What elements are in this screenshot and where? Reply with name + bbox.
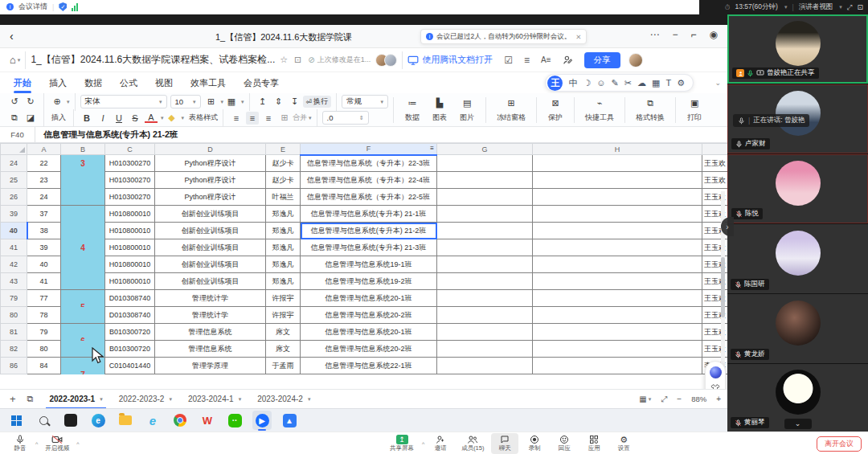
font-color-icon[interactable]: A bbox=[145, 112, 158, 123]
align-top-icon[interactable]: ↥ bbox=[256, 96, 269, 108]
col-header-C[interactable]: C bbox=[105, 144, 155, 155]
video-options-icon[interactable]: ^ bbox=[76, 441, 79, 447]
participant-tile[interactable]: 黄丽琴 ⌄ bbox=[727, 364, 868, 432]
meeting-details-link[interactable]: 会议详情 bbox=[18, 2, 47, 12]
leave-meeting-button[interactable]: 离开会议 bbox=[817, 436, 862, 452]
ribbon-group-format-convert[interactable]: ⧉格式转换 bbox=[630, 93, 670, 126]
row-header[interactable]: 39 bbox=[1, 206, 27, 223]
group-cell[interactable] bbox=[61, 189, 105, 206]
align-center-icon[interactable]: ≡ bbox=[246, 112, 259, 125]
taskbar-ie-icon[interactable]: e bbox=[143, 411, 162, 430]
selected-cell[interactable]: 信息管理与信息系统(专升本) 21-2班 bbox=[301, 223, 437, 239]
text-tools-icon[interactable]: A≡ bbox=[541, 55, 551, 64]
menu-icon[interactable]: ≡ bbox=[524, 55, 530, 66]
taskbar-file-explorer-icon[interactable] bbox=[116, 411, 135, 430]
zoom-out-icon[interactable]: − bbox=[677, 395, 682, 403]
cell-reference-box[interactable]: F40 bbox=[0, 127, 35, 143]
row-header[interactable]: 82 bbox=[1, 341, 27, 358]
ribbon-group-protect[interactable]: ⊠保护 bbox=[542, 93, 569, 126]
share-screen-button[interactable]: ↥ 共享屏幕 bbox=[384, 433, 420, 454]
group-cell[interactable]: 5 bbox=[61, 290, 105, 307]
fullscreen-sheet-icon[interactable]: ⤢ bbox=[661, 395, 667, 404]
formula-value[interactable]: 信息管理与信息系统(专升本) 21-2班 bbox=[35, 129, 178, 141]
participant-tile[interactable]: 陈悦 bbox=[727, 154, 868, 223]
zoom-level[interactable]: 88% bbox=[691, 395, 706, 403]
sheet-tab-2023-2024-2[interactable]: 2023-2024-2▾ bbox=[249, 390, 318, 409]
reactions-button[interactable]: 回应 bbox=[551, 433, 578, 454]
share-button[interactable]: 分享 bbox=[584, 52, 620, 68]
decimal-control[interactable]: .0⇕ bbox=[322, 111, 369, 125]
mute-button[interactable]: 静音 bbox=[6, 433, 34, 454]
strikethrough-icon[interactable]: S bbox=[129, 112, 141, 125]
col-header-D[interactable]: D bbox=[155, 144, 266, 155]
bold-icon[interactable]: B bbox=[80, 112, 93, 125]
minimize-icon[interactable]: − bbox=[672, 29, 678, 40]
align-right-icon[interactable]: ≡ bbox=[262, 112, 275, 125]
font-name-select[interactable]: 宋体▾ bbox=[80, 95, 167, 108]
zoom-in-icon[interactable]: + bbox=[716, 395, 721, 403]
font-size-select[interactable]: 10▾ bbox=[170, 95, 201, 108]
sheet-tab-2022-2023-2[interactable]: 2022-2023-2▾ bbox=[111, 390, 180, 409]
group-cell[interactable] bbox=[61, 172, 105, 189]
fill-color-icon[interactable]: ◆ bbox=[166, 112, 178, 125]
taskbar-wps-icon[interactable]: W bbox=[198, 411, 217, 430]
skin-icon[interactable]: T bbox=[665, 78, 671, 88]
home-icon[interactable]: ⌂ bbox=[10, 54, 16, 66]
table-style-label[interactable]: 表格样式 bbox=[189, 112, 218, 123]
row-header[interactable]: 41 bbox=[1, 239, 27, 256]
merge-cells-icon[interactable]: ⊞ bbox=[278, 112, 291, 125]
ribbon-group-picture[interactable]: ▤图片 bbox=[453, 93, 481, 126]
emoji-icon[interactable]: ☺ bbox=[596, 78, 605, 88]
row-header[interactable]: 79 bbox=[1, 290, 27, 307]
align-left-icon[interactable]: ≡ bbox=[230, 112, 243, 125]
fullscreen-icon[interactable]: ⤢ bbox=[847, 3, 853, 12]
taskbar-photos-icon[interactable] bbox=[61, 411, 80, 430]
network-signal-icon[interactable] bbox=[72, 3, 78, 11]
align-bottom-icon[interactable]: ↧ bbox=[289, 96, 301, 108]
participant-tile[interactable]: 黄龙娇 bbox=[727, 294, 868, 363]
eye-protect-icon[interactable]: ☽ bbox=[583, 78, 591, 88]
taskbar-docs-icon[interactable]: ▲ bbox=[280, 411, 299, 430]
insert-cells-icon[interactable]: ⊕ bbox=[51, 96, 63, 108]
collapse-videos-icon[interactable]: ⌄ bbox=[784, 419, 812, 429]
share-options-icon[interactable]: ^ bbox=[422, 441, 424, 447]
add-sheet-icon[interactable]: + bbox=[10, 393, 16, 405]
record-icon[interactable]: ◉ bbox=[710, 29, 718, 40]
col-header-F[interactable]: F≡ bbox=[301, 144, 437, 155]
ai-assistant-icon[interactable] bbox=[710, 366, 722, 378]
taskbar-chrome-icon[interactable] bbox=[170, 411, 190, 430]
underline-icon[interactable]: U bbox=[113, 112, 125, 125]
star-icon[interactable]: ☆ bbox=[280, 55, 288, 65]
user-avatar[interactable] bbox=[628, 53, 643, 67]
borders-icon[interactable]: ⊞ bbox=[205, 96, 218, 108]
task-list-icon[interactable]: ☑ bbox=[504, 55, 513, 66]
row-header[interactable]: 81 bbox=[1, 324, 27, 341]
col-header-H[interactable]: H bbox=[533, 144, 702, 155]
float-window-icon[interactable]: ⌐ bbox=[691, 29, 697, 40]
group-cell[interactable] bbox=[61, 273, 105, 290]
row-header[interactable]: 42 bbox=[1, 256, 27, 273]
row-header[interactable]: 86 bbox=[1, 358, 27, 374]
group-cell[interactable] bbox=[61, 307, 105, 324]
undo-icon[interactable]: ↺ bbox=[8, 96, 21, 108]
group-cell[interactable]: 4 bbox=[61, 239, 105, 256]
group-cell[interactable] bbox=[61, 256, 105, 273]
row-header[interactable]: 24 bbox=[1, 155, 27, 172]
insert-label[interactable]: 插入 bbox=[49, 112, 68, 123]
wps-member-icon[interactable]: 王 bbox=[547, 76, 563, 91]
eraser-icon[interactable]: ◪ bbox=[24, 112, 37, 125]
taskbar-wechat-icon[interactable]: ·· bbox=[225, 411, 244, 430]
sheet-tab-2022-2023-1[interactable]: 2022-2023-1▾ bbox=[41, 390, 110, 409]
row-header[interactable]: 26 bbox=[1, 189, 27, 206]
sheet-tab-2023-2024-1[interactable]: 2023-2024-1▾ bbox=[180, 390, 249, 409]
collaborate-icon[interactable] bbox=[563, 55, 573, 65]
col-header-B[interactable]: B bbox=[61, 144, 105, 155]
start-button[interactable] bbox=[6, 411, 26, 430]
tab-home[interactable]: 开始 bbox=[5, 72, 40, 93]
col-header-A[interactable]: A bbox=[27, 144, 61, 155]
mute-options-icon[interactable]: ^ bbox=[35, 441, 38, 447]
tab-data[interactable]: 数据 bbox=[76, 72, 111, 93]
participant-tile[interactable]: 曾姣艳正在共享 bbox=[727, 14, 868, 84]
sheet-list-icon[interactable]: ⧉ bbox=[27, 394, 34, 404]
group-cell[interactable] bbox=[61, 206, 105, 223]
